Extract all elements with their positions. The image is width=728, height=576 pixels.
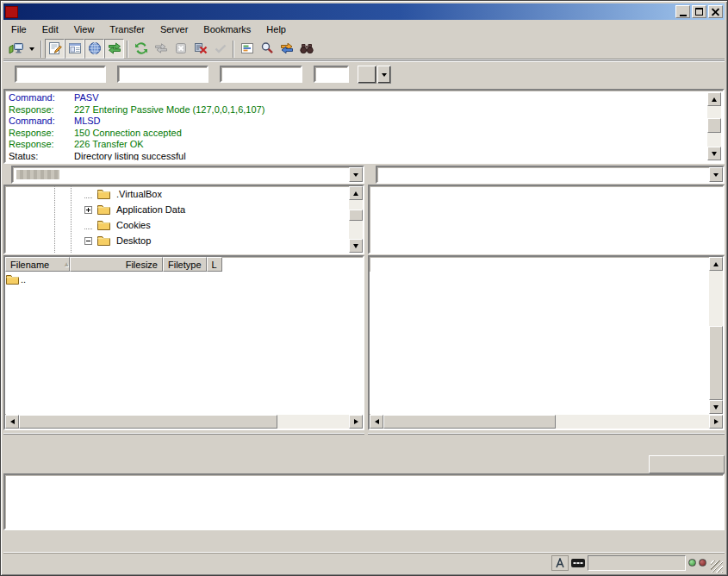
log-line: Response: 226 Transfer OK xyxy=(7,139,706,151)
remote-vertical-scrollbar[interactable] xyxy=(709,257,723,414)
scroll-up-button[interactable] xyxy=(707,92,721,106)
find-files-button[interactable] xyxy=(296,39,316,59)
scroll-right-button[interactable] xyxy=(349,415,363,429)
scrollbar-thumb[interactable] xyxy=(707,118,721,133)
tree-item[interactable]: .VirtualBox xyxy=(5,186,363,202)
dropdown-button[interactable] xyxy=(26,39,38,59)
port-input[interactable] xyxy=(314,66,349,83)
password-input[interactable] xyxy=(220,66,302,83)
column-header[interactable]: Filename▲ xyxy=(5,257,70,272)
remote-directory-tree xyxy=(368,185,725,254)
menu-item[interactable]: File xyxy=(3,22,34,36)
remote-path-combobox[interactable] xyxy=(376,166,725,184)
file-row[interactable]: .. xyxy=(5,272,363,286)
log-line-text: 227 Entering Passive Mode (127,0,0,1,6,1… xyxy=(74,104,264,116)
maximize-button[interactable] xyxy=(692,5,706,18)
disconnect-button[interactable] xyxy=(190,39,210,59)
scroll-up-button[interactable] xyxy=(709,257,723,271)
arrow-up-icon xyxy=(713,260,719,266)
folder-icon xyxy=(6,274,21,285)
toggle-local-tree-button[interactable] xyxy=(65,39,84,59)
queue-header-filler xyxy=(649,455,725,473)
redacted-username xyxy=(16,170,59,179)
menu-item[interactable]: Bookmarks xyxy=(196,22,258,36)
remote-path-dropdown-button[interactable] xyxy=(709,167,723,182)
resize-grip[interactable] xyxy=(711,560,723,573)
plus-icon[interactable] xyxy=(84,206,92,214)
username-input[interactable] xyxy=(117,66,208,83)
toggle-remote-tree-button[interactable] xyxy=(84,39,104,59)
local-pane: .VirtualBox Application Data Cookies xyxy=(3,165,364,452)
local-tree-scrollbar[interactable] xyxy=(349,186,363,253)
speedlimit-indicator[interactable] xyxy=(571,555,585,571)
quickconnect-dropdown-button[interactable] xyxy=(377,66,391,84)
host-input[interactable] xyxy=(15,66,106,83)
directory-comparison-button[interactable] xyxy=(257,39,277,59)
folder-icon xyxy=(97,204,110,215)
arrow-down-icon xyxy=(353,244,358,251)
scroll-left-button[interactable] xyxy=(370,415,383,429)
log-line-label: Command: xyxy=(7,92,74,104)
tree-item-label: Desktop xyxy=(114,235,153,247)
minimize-button[interactable] xyxy=(675,5,690,18)
menu-item[interactable]: Edit xyxy=(34,22,66,36)
folder-icon xyxy=(97,189,110,199)
toolbar-separator xyxy=(233,41,234,58)
log-line-label: Response: xyxy=(7,139,74,151)
line-icon[interactable] xyxy=(84,191,92,198)
minus-icon[interactable] xyxy=(84,237,92,245)
local-path-combobox[interactable] xyxy=(11,166,364,184)
abort-button[interactable] xyxy=(210,39,230,59)
ascii-datatype-indicator[interactable] xyxy=(551,555,569,571)
scroll-down-button[interactable] xyxy=(707,147,721,160)
refresh-button[interactable] xyxy=(131,39,151,59)
scrollbar-thumb[interactable] xyxy=(383,415,556,429)
letter-a-icon xyxy=(555,558,565,568)
process-queue-button[interactable] xyxy=(151,39,171,59)
column-header[interactable]: Filetype xyxy=(163,257,207,272)
toggle-log-button[interactable] xyxy=(45,39,65,59)
tree-item[interactable]: Cookies xyxy=(5,217,363,233)
menu-item[interactable]: View xyxy=(66,22,103,36)
arrow-right-icon xyxy=(354,419,361,424)
log-scrollbar[interactable] xyxy=(707,92,721,160)
remote-horizontal-scrollbar[interactable] xyxy=(370,415,723,429)
sort-ascending-icon: ▲ xyxy=(63,260,70,268)
quickconnect-button[interactable] xyxy=(358,66,376,84)
tree-item[interactable]: Application Data xyxy=(5,202,363,217)
local-horizontal-scrollbar[interactable] xyxy=(5,415,363,429)
log-line-text: 226 Transfer OK xyxy=(74,139,144,151)
menu-item[interactable]: Transfer xyxy=(102,22,152,36)
close-button[interactable] xyxy=(708,5,723,18)
filter-button[interactable] xyxy=(237,39,257,59)
line-icon[interactable] xyxy=(84,222,92,229)
cancel-transfer-button[interactable] xyxy=(171,39,190,59)
toolbar xyxy=(3,38,725,60)
scroll-down-button[interactable] xyxy=(349,239,363,253)
toggle-remote-tree-icon xyxy=(88,41,102,57)
scrollbar-thumb[interactable] xyxy=(709,326,723,400)
led-green-icon xyxy=(688,559,696,567)
column-header[interactable]: L xyxy=(207,257,222,272)
menu-item[interactable]: Help xyxy=(258,22,294,36)
site-manager-button[interactable] xyxy=(6,39,26,59)
scrollbar-thumb[interactable] xyxy=(19,415,277,429)
chevron-down-icon xyxy=(713,173,719,179)
tree-item[interactable]: Desktop xyxy=(5,233,363,248)
toggle-queue-button[interactable] xyxy=(104,39,124,59)
chevron-down-icon xyxy=(353,173,358,179)
toolbar-separator xyxy=(127,41,128,58)
scroll-up-button[interactable] xyxy=(349,186,363,200)
column-header[interactable]: Filesize xyxy=(70,257,163,272)
arrow-down-icon xyxy=(712,152,717,159)
scrollbar-thumb[interactable] xyxy=(349,210,363,221)
local-path-value xyxy=(16,169,60,179)
local-path-dropdown-button[interactable] xyxy=(349,167,363,182)
scroll-right-button[interactable] xyxy=(709,415,723,429)
queue-size-indicator xyxy=(588,555,686,571)
menu-item[interactable]: Server xyxy=(152,22,196,36)
synchronized-browsing-button[interactable] xyxy=(277,39,296,59)
scroll-down-button[interactable] xyxy=(709,400,723,414)
scroll-left-button[interactable] xyxy=(5,415,19,429)
remote-list-body xyxy=(370,272,709,414)
